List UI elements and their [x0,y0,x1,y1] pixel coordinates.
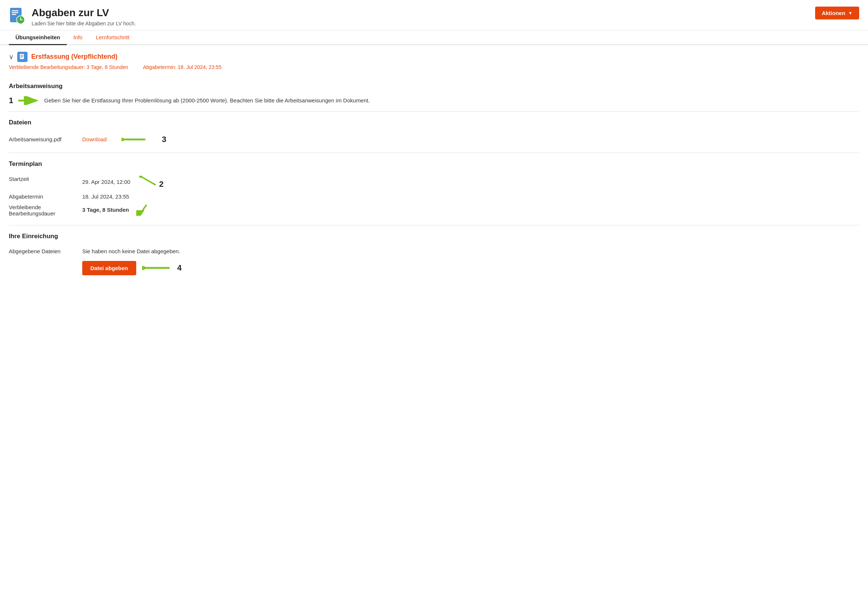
svg-rect-10 [21,56,23,57]
einreichung-heading: Ihre Einreichung [9,233,859,240]
tab-info[interactable]: Info [67,31,89,45]
submit-area: Datei abgeben 4 [9,261,859,275]
green-arrow-right-icon [18,96,40,105]
section-title: Erstfassung (Verpflichtend) [31,53,117,60]
terminplan-table: Startzeit 29. Apr 2024, 12:00 2 [9,174,859,219]
annotation-2: 2 [159,180,163,189]
submit-button[interactable]: Datei abgeben [82,261,136,275]
annotation-4: 4 [177,263,182,273]
terminplan-label-1: Abgabetermin [9,191,82,202]
instruction-text: Geben Sie hier die Erstfassung Ihrer Pro… [44,97,370,103]
page-title: Abgaben zur LV [32,7,136,19]
main-content: ∨ Erstfassung (Verpflichtend) Verbleiben… [0,45,868,296]
chevron-down-icon: ▼ [848,10,853,16]
svg-rect-1 [12,10,18,11]
header-left: Abgaben zur LV Laden Sie hier bitte die … [9,7,136,27]
section-icon [17,52,28,62]
page-header: Abgaben zur LV Laden Sie hier bitte die … [0,0,868,31]
file-name: Arbeitsanweisung.pdf [9,136,68,142]
svg-line-19 [140,205,146,214]
download-link[interactable]: Download [82,136,107,142]
annotation-1: 1 [9,96,13,105]
einreichung-value: Sie haben noch keine Datei abgegeben. [82,246,859,257]
einreichung-table: Abgegebene Dateien Sie haben noch keine … [9,246,859,257]
instruction-row: 1 Geben Sie hier die Erstfassung Ihrer P… [9,96,859,105]
terminplan-label-2: Verbleibende Bearbeitungsdauer [9,202,82,219]
einreichung-label: Abgegebene Dateien [9,246,82,257]
einreichung-section: Ihre Einreichung Abgegebene Dateien Sie … [9,225,859,281]
svg-line-17 [143,178,156,185]
meta-duration: Verbleibende Bearbeitungsdauer: 3 Tage, … [9,64,128,70]
annotation-3: 3 [162,135,166,144]
meta-deadline: Abgabetermin: 18. Jul 2024, 23:55 [143,64,222,70]
green-arrow-annotation-2-icon [139,176,158,187]
terminplan-section: Terminplan Startzeit 29. Apr 2024, 12:00 [9,153,859,225]
terminplan-heading: Terminplan [9,160,859,168]
header-text: Abgaben zur LV Laden Sie hier bitte die … [32,7,136,27]
page-subtitle: Laden Sie hier bitte die Abgaben zur LV … [32,21,136,27]
dateien-section: Dateien Arbeitsanweisung.pdf Download 3 [9,112,859,153]
file-row: Arbeitsanweisung.pdf Download 3 [9,132,859,147]
header-icon [9,7,27,25]
collapse-chevron[interactable]: ∨ [9,53,13,61]
tab-lernfortschritt[interactable]: Lernfortschritt [89,31,136,45]
terminplan-value-2: 3 Tage, 8 Stunden [82,202,859,219]
terminplan-value-1: 18. Jul 2024, 23:55 [82,191,859,202]
green-arrow-down-icon [136,211,151,217]
tabs-nav: Übungseinheiten Info Lernfortschritt [0,31,868,45]
aktionen-button[interactable]: Aktionen ▼ [815,7,859,19]
terminplan-value-0: 29. Apr 2024, 12:00 2 [82,174,859,191]
svg-rect-3 [12,14,16,15]
document-icon [19,53,26,60]
terminplan-label-0: Startzeit [9,174,82,184]
green-arrow-submit-icon [142,263,172,273]
arbeitsanweisung-section: Arbeitsanweisung 1 Geben Sie hier die Er… [9,75,859,112]
section-meta: Verbleibende Bearbeitungsdauer: 3 Tage, … [9,64,859,75]
tab-uebungseinheiten[interactable]: Übungseinheiten [9,31,67,45]
dateien-heading: Dateien [9,119,859,126]
svg-rect-9 [21,55,23,56]
green-arrow-left-icon [121,134,147,145]
annotation-2-container: 2 [139,181,163,188]
svg-rect-2 [12,12,18,13]
arbeitsanweisung-heading: Arbeitsanweisung [9,83,859,90]
svg-rect-11 [21,57,22,58]
section-header: ∨ Erstfassung (Verpflichtend) [9,45,859,64]
